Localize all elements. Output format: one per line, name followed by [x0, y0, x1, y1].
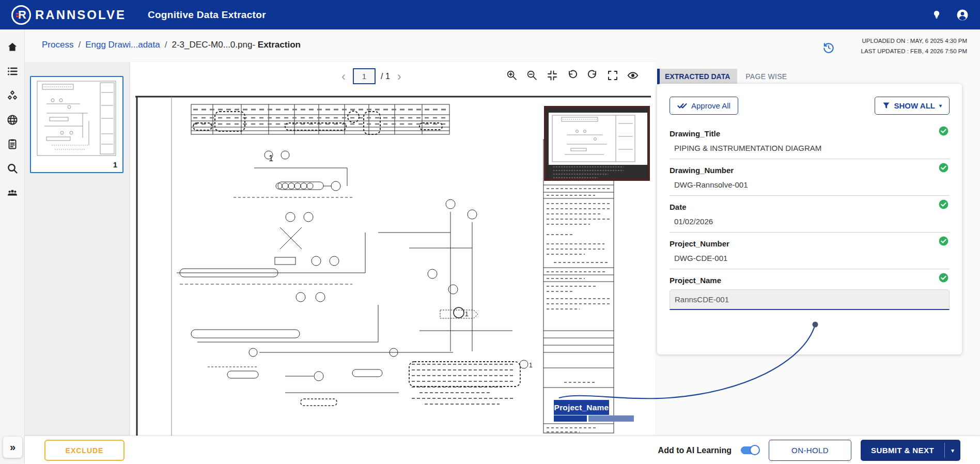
history-icon[interactable] — [822, 41, 835, 54]
list-icon[interactable] — [6, 65, 19, 78]
next-page-icon[interactable]: › — [395, 69, 403, 84]
breadcrumb-folder[interactable]: Engg Drawi...adata — [85, 40, 160, 50]
approved-check-icon — [939, 273, 948, 283]
viewer-minimap[interactable] — [544, 106, 650, 181]
breadcrumb-process[interactable]: Process — [42, 40, 73, 50]
left-sidebar: » — [0, 29, 25, 464]
breadcrumb: Process / Engg Drawi...adata / 2-3_DEC-M… — [42, 40, 301, 50]
breadcrumb-mode: Extraction — [258, 40, 301, 50]
globe-icon[interactable] — [6, 114, 19, 126]
page-thumbnail[interactable]: 1 — [30, 76, 123, 173]
field-value[interactable]: PIPING & INSTRUMENTATION DIAGRAM — [670, 143, 950, 159]
thumbnail-page-number: 1 — [113, 160, 117, 169]
viewer-toolbar: ‹ / 1 › — [130, 62, 655, 91]
logo-red-ticks — [16, 13, 19, 17]
field-label: Drawing_Title — [670, 129, 950, 138]
page-total-label: / 1 — [381, 72, 390, 81]
field-label: Drawing_Number — [670, 166, 950, 175]
action-footer: EXCLUDE Add to AI Learning ON-HOLD SUBMI… — [25, 436, 980, 464]
approve-all-button[interactable]: Approve All — [670, 97, 738, 115]
rotate-right-icon[interactable] — [587, 70, 598, 81]
breadcrumb-separator: / — [78, 40, 81, 50]
svg-text:1: 1 — [465, 311, 469, 318]
on-hold-button[interactable]: ON-HOLD — [769, 440, 851, 461]
drawing-highlight-project-name[interactable]: Project_Name — [554, 400, 609, 415]
brand-name: RANNSOLVE — [35, 8, 126, 22]
tab-extracted-data[interactable]: EXTRACTED DATA — [657, 69, 737, 84]
rotate-left-icon[interactable] — [567, 70, 578, 81]
approved-check-icon — [939, 236, 948, 246]
document-meta: UPLOADED ON : MAY, 6 2025 4:30 PM LAST U… — [861, 36, 967, 56]
breadcrumb-row: Process / Engg Drawi...adata / 2-3_DEC-M… — [25, 29, 980, 62]
breadcrumb-filename: 2-3_DEC-M0...0.png- — [172, 40, 255, 50]
field-value[interactable]: DWG-CDE-001 — [670, 253, 950, 269]
page-navigation: ‹ / 1 › — [339, 68, 403, 84]
field-label: Project_Name — [670, 276, 950, 285]
previous-page-icon[interactable]: ‹ — [339, 69, 348, 84]
uploaded-on-text: UPLOADED ON : MAY, 6 2025 4:30 PM — [861, 36, 967, 46]
fit-to-screen-icon[interactable] — [547, 70, 558, 81]
fullscreen-icon[interactable] — [607, 70, 618, 81]
field-label: Project_Number — [670, 239, 950, 248]
submit-next-button[interactable]: SUBMIT & NEXT ▾ — [861, 440, 960, 461]
clipboard-icon[interactable] — [6, 138, 19, 150]
drawing-highlight-value-chip — [554, 415, 587, 422]
submit-next-label: SUBMIT & NEXT — [861, 440, 944, 461]
lightbulb-icon[interactable] — [930, 9, 943, 21]
app-title: Cognitive Data Extractor — [148, 9, 266, 21]
viewer-tools — [506, 70, 639, 81]
field-date: Date 01/02/2026 — [670, 203, 950, 233]
toggle-knob — [750, 445, 760, 455]
double-check-icon — [677, 102, 687, 110]
field-drawing-title: Drawing_Title PIPING & INSTRUMENTATION D… — [670, 129, 950, 159]
screen: R RANNSOLVE Cognitive Data Extractor — [0, 0, 980, 464]
top-navbar: R RANNSOLVE Cognitive Data Extractor — [0, 0, 980, 29]
preview-eye-icon[interactable] — [627, 70, 639, 81]
zoom-out-icon[interactable] — [526, 70, 538, 81]
page-number-input[interactable] — [353, 68, 376, 84]
approved-check-icon — [939, 163, 948, 173]
tab-page-wise[interactable]: PAGE WISE — [737, 69, 795, 84]
home-icon[interactable] — [6, 41, 19, 53]
breadcrumb-separator: / — [165, 40, 167, 50]
exclude-button[interactable]: EXCLUDE — [44, 440, 125, 461]
zoom-in-icon[interactable] — [506, 70, 518, 81]
approved-check-icon — [939, 199, 948, 209]
field-project-number: Project_Number DWG-CDE-001 — [670, 239, 950, 269]
field-value-selected[interactable]: RannsCDE-001 — [670, 289, 950, 310]
field-label: Date — [670, 203, 950, 211]
approved-check-icon — [939, 126, 948, 136]
sidebar-expand-button[interactable]: » — [3, 437, 22, 458]
field-project-name: Project_Name RannsCDE-001 — [670, 276, 950, 310]
users-icon[interactable] — [6, 187, 19, 199]
svg-text:1: 1 — [529, 362, 533, 369]
submit-dropdown-caret-icon[interactable]: ▾ — [945, 440, 960, 461]
field-value[interactable]: DWG-Rannsolve-001 — [670, 179, 950, 196]
account-avatar-icon[interactable] — [956, 9, 969, 21]
thumbnail-drawing — [31, 77, 122, 160]
breadcrumb-file: 2-3_DEC-M0...0.png- Extraction — [172, 40, 300, 50]
document-viewer: ‹ / 1 › — [130, 62, 655, 436]
filter-icon — [882, 102, 890, 110]
panel-tabs: EXTRACTED DATA PAGE WISE — [657, 69, 796, 84]
search-icon[interactable] — [6, 162, 19, 175]
show-all-caret-icon: ▾ — [939, 103, 942, 109]
ai-learning-toggle[interactable] — [741, 446, 759, 454]
logo-letter: R — [18, 8, 26, 22]
show-all-label: SHOW ALL — [894, 101, 935, 110]
modules-icon[interactable] — [6, 89, 19, 102]
thumbnail-panel: 1 — [25, 62, 130, 436]
drawing-highlight-value-chip-secondary — [588, 415, 634, 422]
show-all-button[interactable]: SHOW ALL ▾ — [875, 97, 950, 115]
field-value[interactable]: 01/02/2026 — [670, 216, 950, 233]
logo-circle-icon: R — [11, 5, 31, 25]
field-drawing-number: Drawing_Number DWG-Rannsolve-001 — [670, 166, 950, 196]
extracted-data-card: Approve All SHOW ALL ▾ Drawing_Title PIP… — [657, 84, 962, 354]
ai-learning-label: Add to AI Learning — [658, 446, 732, 455]
extraction-panel: EXTRACTED DATA PAGE WISE Approve All SHO… — [657, 62, 965, 436]
approve-all-label: Approve All — [691, 101, 730, 110]
brand-logo[interactable]: R RANNSOLVE — [11, 5, 126, 25]
last-updated-text: LAST UPDATED : FEB, 4 2026 7:50 PM — [861, 46, 967, 56]
